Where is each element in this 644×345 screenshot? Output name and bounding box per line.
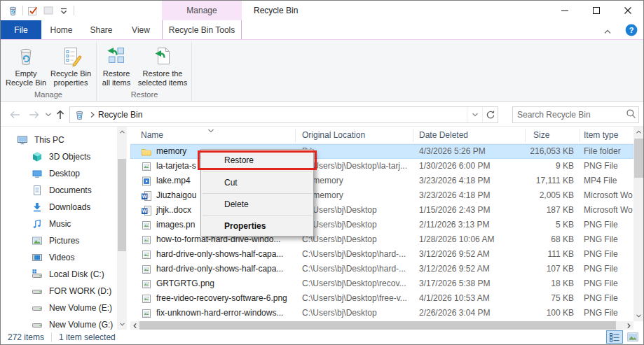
column-divider[interactable] [525,129,526,142]
file-name-label: Jiuzhaigou [156,188,196,203]
file-item-type: PNG File [584,306,633,321]
close-button[interactable] [612,1,643,20]
back-icon[interactable] [6,109,23,120]
up-icon[interactable] [54,109,67,120]
recent-locations-icon[interactable] [43,109,53,120]
refresh-icon[interactable] [482,107,498,122]
file-item-type: PNG File [584,159,633,174]
vertical-scrollbar[interactable] [633,127,644,321]
horizontal-scrollbar[interactable] [130,321,633,330]
sidebar-item-downloads[interactable]: Downloads [1,199,116,216]
column-divider[interactable] [580,129,580,142]
table-row[interactable]: hard-drive-only-shows-half-capa...C:\Use… [130,262,633,276]
menu-item-delete[interactable]: Delete [201,196,313,213]
minimize-button[interactable] [549,1,580,20]
file-original-location: C:\Users\bj\Desktop\la-tarj... [302,159,414,174]
restore-all-items-button[interactable]: Restore all items [99,43,134,90]
address-bar[interactable]: Recycle Bin [69,106,498,123]
sidebar-item-music[interactable]: Music [1,216,116,232]
sidebar-item-new-volume-g[interactable]: New Volume (G:) [1,316,116,330]
maximize-button[interactable] [580,1,612,20]
sidebar-item-desktop[interactable]: Desktop [1,165,116,182]
folder-blank-icon[interactable] [41,3,56,17]
cube-icon [32,151,43,162]
scroll-right-icon[interactable] [624,321,633,330]
sidebar-item-for-work-d[interactable]: FOR WORK (D:) [1,283,116,300]
help-icon[interactable]: ? [625,24,638,36]
tab-view[interactable]: View [121,20,160,39]
recycle-bin-properties-button[interactable]: Recycle Bin properties [48,43,93,90]
menu-item-restore[interactable]: Restore [201,151,313,169]
scrollbar-thumb[interactable] [139,321,616,330]
sidebar-item-3d-objects[interactable]: 3D Objects [1,148,116,165]
scroll-up-icon[interactable] [633,127,644,137]
column-header-name[interactable]: Name [141,130,163,140]
file-size: 18 KB [514,276,574,291]
column-headers: Name Original Location Date Deleted Size… [130,127,633,144]
restore-selected-items-button[interactable]: Restore the selected items [135,43,190,90]
thumbnails-view-button[interactable] [624,330,641,344]
tab-recycle-bin-tools[interactable]: Recycle Bin Tools [162,20,242,39]
empty-recycle-bin-button[interactable]: Empty Recycle Bin [4,43,48,90]
breadcrumb-chevron-icon[interactable] [90,111,95,118]
file-original-location: D:\ [302,144,414,159]
sidebar-scrollbar[interactable] [117,127,127,330]
file-name-label: lake.mp4 [156,174,191,188]
details-view-button[interactable] [606,330,623,344]
search-input[interactable] [517,110,626,120]
properties-check-icon[interactable] [25,3,41,17]
sidebar-item-videos[interactable]: Videos [1,249,116,266]
file-size: 68 KB [514,232,574,247]
sort-chevron-icon [207,126,214,136]
forward-icon[interactable] [26,109,43,120]
file-item-type: File folder [584,144,633,159]
menu-item-cut[interactable]: Cut [201,174,313,191]
column-header-original-location[interactable]: Original Location [302,130,365,140]
column-divider[interactable] [413,129,413,142]
file-item-type: PNG File [584,276,633,291]
scrollbar-thumb[interactable] [634,139,643,178]
tab-file[interactable]: File [1,20,41,39]
column-header-item-type[interactable]: Item type [584,130,618,140]
scroll-down-icon[interactable] [117,319,127,330]
file-item-type: MP4 File [584,174,633,188]
breadcrumb[interactable]: Recycle Bin [98,110,142,120]
column-header-date-deleted[interactable]: Date Deleted [419,130,468,140]
column-header-size[interactable]: Size [533,130,549,140]
button-label: Restore all items [99,69,134,87]
file-name-label: memory [156,144,186,159]
sidebar-item-documents[interactable]: Documents [1,182,116,199]
file-size: 5 KB [514,218,574,232]
scroll-down-icon[interactable] [633,311,644,321]
search-icon[interactable] [626,108,636,122]
file-size: 2,005 KB [514,188,574,203]
sidebar-item-local-disk-c[interactable]: Local Disk (C:) [1,266,116,283]
menu-item-properties[interactable]: Properties [201,218,313,234]
sidebar-item-this-pc[interactable]: This PC [1,132,116,148]
pictures-icon [32,235,43,246]
tab-home[interactable]: Home [41,20,81,39]
scrollbar-thumb[interactable] [118,159,126,251]
window-title: Recycle Bin [254,1,298,20]
table-row[interactable]: GRTGRTG.pngC:\Users\bj\Desktop\recov...3… [130,276,633,291]
scroll-left-icon[interactable] [130,321,139,330]
sidebar-item-label: Local Disk (C:) [49,269,104,279]
file-name: hard-drive-only-shows-half-capa... [141,247,295,262]
file-original-location: C:\Users\bj\Desktop\hard-... [302,262,414,276]
sidebar-item-new-volume-e[interactable]: New Volume (E:) [1,300,116,316]
restore-selected-items-icon [151,45,174,67]
file-item-type: Microsoft Wo [584,203,633,218]
search-box [512,106,639,123]
address-dropdown-icon[interactable] [467,107,482,122]
customize-toolbar-icon[interactable] [56,3,71,17]
collapse-ribbon-icon[interactable] [601,26,614,37]
sidebar-item-pictures[interactable]: Pictures [1,232,116,249]
tab-share[interactable]: Share [81,20,121,39]
scroll-up-icon[interactable] [117,127,127,137]
table-row[interactable]: free-video-recovery-software-6.pngC:\Use… [130,291,633,306]
table-row[interactable]: hard-drive-only-shows-half-capa...C:\Use… [130,247,633,262]
table-row[interactable]: fix-unknown-hard-error-windows...C:\User… [130,306,633,321]
button-label: Empty Recycle Bin [4,69,48,87]
column-divider[interactable] [295,129,296,142]
music-icon [32,218,43,230]
